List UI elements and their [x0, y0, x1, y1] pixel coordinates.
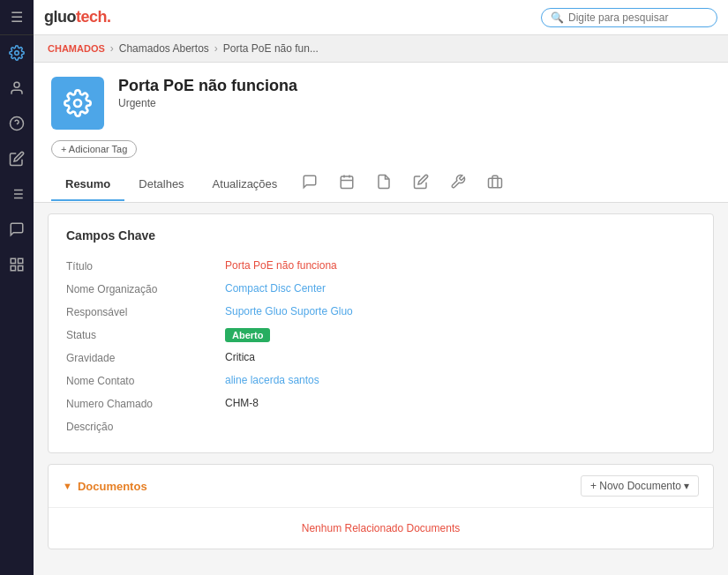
main-area: gluotech. 🔍 CHAMADOS › Chamados Abertos … [34, 0, 728, 575]
search-input[interactable] [568, 11, 708, 24]
svg-point-1 [14, 82, 19, 87]
tab-resumo[interactable]: Resumo [51, 168, 124, 201]
svg-rect-15 [341, 176, 354, 189]
campos-chave-section: Campos Chave Título Porta PoE não funcio… [48, 213, 714, 453]
tab-calendar-icon[interactable] [328, 167, 365, 202]
sidebar-item-chat[interactable] [1, 213, 33, 245]
new-document-button[interactable]: + Novo Documento ▾ [581, 475, 699, 497]
field-label-nome-contato: Nome Contato [66, 374, 225, 387]
search-box[interactable]: 🔍 [541, 8, 717, 27]
tab-document-icon[interactable] [365, 167, 402, 202]
tab-briefcase-icon[interactable] [477, 167, 514, 202]
field-titulo: Título Porta PoE não funciona [66, 255, 695, 278]
tab-wrench-icon[interactable] [439, 167, 477, 202]
field-label-nome-org: Nome Organização [66, 282, 225, 295]
field-responsavel: Responsável Suporte Gluo Suporte Gluo [66, 301, 695, 324]
tabs-row: Resumo Detalhes Atualizações [51, 167, 710, 202]
svg-rect-19 [489, 178, 502, 188]
new-doc-label: + Novo Documento [590, 480, 681, 492]
logo-tech: tech [76, 8, 107, 26]
logo: gluotech. [44, 8, 111, 26]
breadcrumb-level2: Porta PoE não fun... [223, 42, 319, 55]
sidebar-item-list[interactable] [1, 178, 33, 210]
field-gravidade: Gravidade Critica [66, 347, 695, 370]
svg-rect-11 [19, 258, 23, 263]
doc-empty-message: Nenhum Relacionado Documents [49, 508, 713, 549]
field-label-gravidade: Gravidade [66, 351, 225, 364]
chevron-down-icon: ▼ [63, 481, 72, 491]
field-value-nome-contato[interactable]: aline lacerda santos [225, 374, 695, 386]
field-label-titulo: Título [66, 259, 225, 273]
ticket-title-row: Porta PoE não funciona Urgente [51, 77, 710, 130]
breadcrumb-sep2: › [214, 42, 218, 55]
sidebar-item-settings2[interactable] [1, 249, 33, 280]
search-icon: 🔍 [551, 11, 564, 24]
field-numero-chamado: Numero Chamado CHM-8 [66, 392, 695, 415]
dropdown-arrow-icon: ▾ [684, 480, 689, 492]
logo-gluo: gluo [44, 8, 76, 26]
field-status: Status Aberto [66, 324, 695, 347]
svg-rect-12 [19, 266, 23, 271]
doc-title[interactable]: ▼ Documentos [63, 480, 147, 493]
logo-dot: . [107, 8, 111, 26]
field-label-numero-chamado: Numero Chamado [66, 397, 225, 410]
breadcrumb-sep1: › [110, 42, 114, 55]
tab-detalhes[interactable]: Detalhes [124, 168, 198, 201]
field-label-responsavel: Responsável [66, 305, 225, 318]
content: CHAMADOS › Chamados Abertos › Porta PoE … [34, 35, 728, 575]
doc-title-text: Documentos [78, 480, 147, 493]
topbar-left: gluotech. [44, 8, 111, 26]
sidebar-item-user[interactable] [1, 72, 33, 104]
tab-edit-icon[interactable] [402, 167, 439, 202]
topbar: gluotech. 🔍 [34, 0, 728, 35]
breadcrumb-root[interactable]: CHAMADOS [48, 43, 105, 54]
svg-point-0 [15, 51, 19, 56]
ticket-title-text: Porta PoE não funciona [118, 77, 297, 95]
sidebar-item-help[interactable] [1, 108, 33, 139]
tab-atualizacoes[interactable]: Atualizações [199, 168, 292, 201]
field-label-descricao: Descrição [66, 420, 225, 433]
ticket-urgency: Urgente [118, 97, 297, 109]
field-value-gravidade: Critica [225, 351, 695, 363]
campos-chave-title: Campos Chave [66, 228, 695, 243]
breadcrumb: CHAMADOS › Chamados Abertos › Porta PoE … [34, 35, 728, 63]
ticket-header: Porta PoE não funciona Urgente + Adicion… [34, 63, 728, 203]
svg-rect-13 [11, 266, 15, 271]
add-tag-button[interactable]: + Adicionar Tag [51, 140, 137, 158]
field-nome-contato: Nome Contato aline lacerda santos [66, 370, 695, 392]
field-value-titulo[interactable]: Porta PoE não funciona [225, 259, 695, 272]
sidebar-item-edit[interactable] [1, 143, 33, 175]
ticket-icon-box [51, 77, 104, 130]
tab-chat-icon[interactable] [291, 167, 328, 202]
field-nome-org: Nome Organização Compact Disc Center [66, 278, 695, 301]
status-badge: Aberto [225, 328, 270, 342]
svg-rect-10 [11, 258, 15, 263]
doc-header: ▼ Documentos + Novo Documento ▾ [49, 465, 713, 508]
breadcrumb-level1[interactable]: Chamados Abertos [119, 42, 209, 55]
ticket-title-info: Porta PoE não funciona Urgente [118, 77, 297, 109]
documentos-section: ▼ Documentos + Novo Documento ▾ Nenhum R… [48, 464, 714, 549]
field-value-numero-chamado: CHM-8 [225, 397, 695, 409]
sidebar-logo-area: ☰ [0, 0, 34, 35]
hamburger-icon[interactable]: ☰ [11, 9, 23, 26]
sidebar: ☰ [0, 0, 34, 575]
sidebar-item-settings[interactable] [1, 37, 33, 69]
field-value-responsavel[interactable]: Suporte Gluo Suporte Gluo [225, 305, 695, 317]
field-label-status: Status [66, 328, 225, 341]
field-value-nome-org[interactable]: Compact Disc Center [225, 282, 695, 295]
field-descricao: Descrição [66, 415, 695, 438]
svg-point-14 [74, 100, 81, 107]
